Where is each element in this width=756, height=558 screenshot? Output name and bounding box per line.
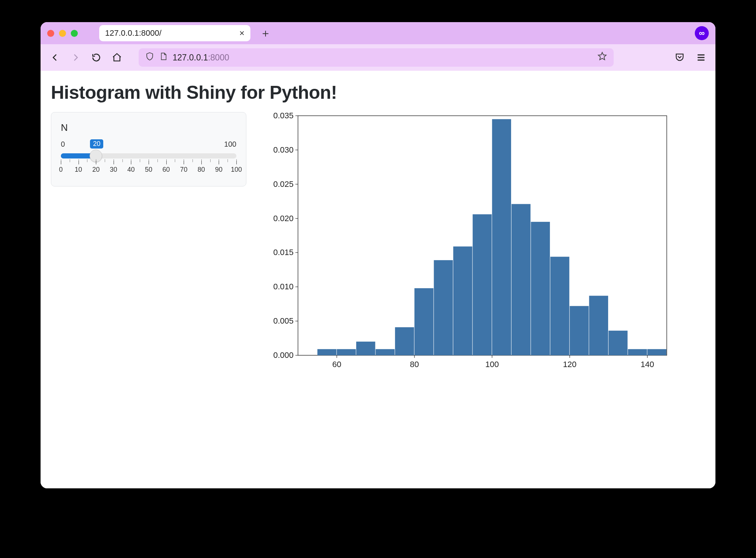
svg-text:60: 60: [332, 360, 341, 369]
bookmark-icon[interactable]: [597, 52, 607, 63]
page-title: Histogram with Shiny for Python!: [51, 82, 705, 103]
maximize-window-button[interactable]: [71, 30, 78, 37]
address-bar[interactable]: 127.0.0.1:8000: [139, 48, 614, 67]
slider-ticks: 0102030405060708090100: [61, 166, 236, 174]
slider-min: 0: [61, 140, 65, 150]
svg-rect-40: [570, 306, 589, 355]
svg-rect-44: [647, 349, 666, 355]
close-tab-icon[interactable]: ×: [239, 28, 245, 38]
svg-rect-39: [550, 257, 569, 355]
svg-rect-37: [511, 204, 531, 355]
svg-text:0.020: 0.020: [273, 214, 294, 223]
svg-rect-34: [453, 247, 472, 355]
tab-title: 127.0.0.1:8000/: [105, 28, 235, 38]
browser-tab[interactable]: 127.0.0.1:8000/ ×: [99, 25, 250, 41]
slider-track[interactable]: [61, 153, 236, 158]
menu-button[interactable]: [695, 51, 707, 64]
new-tab-button[interactable]: ＋: [257, 26, 274, 41]
page-icon: [159, 52, 167, 63]
svg-rect-33: [434, 260, 453, 355]
toolbar: 127.0.0.1:8000: [41, 44, 715, 71]
close-window-button[interactable]: [47, 30, 54, 37]
svg-rect-42: [608, 331, 628, 355]
slider-extent: 0 20 100: [61, 140, 236, 150]
forward-button[interactable]: [69, 51, 82, 64]
svg-text:0.000: 0.000: [273, 351, 294, 360]
slider-max: 100: [224, 140, 236, 150]
svg-rect-32: [415, 288, 434, 355]
svg-text:0.010: 0.010: [273, 282, 294, 291]
svg-rect-31: [395, 327, 414, 355]
svg-rect-41: [589, 296, 608, 355]
browser-window: 127.0.0.1:8000/ × ＋ ∞ 127.0.0.1:: [41, 22, 715, 488]
slider-label: N: [61, 122, 236, 133]
svg-text:80: 80: [410, 360, 419, 369]
svg-text:140: 140: [641, 360, 654, 369]
svg-text:0.035: 0.035: [273, 112, 294, 120]
shield-icon[interactable]: [145, 52, 154, 63]
tab-strip: 127.0.0.1:8000/ × ＋ ∞: [41, 22, 715, 44]
svg-text:0.025: 0.025: [273, 179, 294, 189]
svg-rect-36: [492, 119, 511, 355]
url-text: 127.0.0.1:8000: [173, 53, 592, 63]
extension-icon[interactable]: ∞: [695, 26, 709, 40]
window-controls: [47, 30, 78, 37]
pocket-icon[interactable]: [673, 51, 686, 64]
home-button[interactable]: [111, 51, 123, 64]
back-button[interactable]: [49, 51, 61, 64]
histogram-plot: 0.0000.0050.0100.0150.0200.0250.0300.035…: [261, 112, 705, 379]
reload-button[interactable]: [90, 51, 103, 64]
svg-text:0.005: 0.005: [273, 316, 294, 325]
page-content: Histogram with Shiny for Python! N 0 20 …: [41, 71, 715, 488]
svg-rect-38: [531, 222, 550, 355]
svg-rect-27: [318, 349, 337, 355]
svg-rect-35: [473, 214, 492, 355]
toolbar-right: [673, 51, 707, 64]
sidebar-panel: N 0 20 100 0102030405060708090100: [51, 112, 246, 186]
svg-rect-29: [356, 342, 375, 355]
svg-text:100: 100: [485, 360, 499, 369]
svg-text:120: 120: [563, 360, 576, 369]
minimize-window-button[interactable]: [59, 30, 66, 37]
svg-text:0.030: 0.030: [273, 145, 294, 154]
slider-value-bubble: 20: [90, 139, 103, 149]
svg-rect-43: [628, 349, 647, 355]
svg-rect-28: [337, 349, 356, 355]
svg-text:0.015: 0.015: [273, 248, 294, 257]
svg-rect-30: [376, 349, 395, 355]
